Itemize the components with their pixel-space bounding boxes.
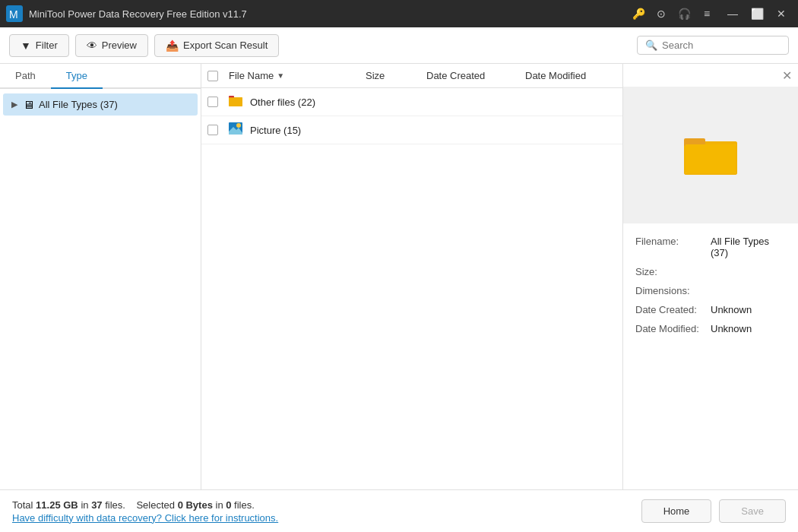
selected-files: 0 <box>226 499 231 511</box>
filename-label: Filename: <box>635 236 708 258</box>
main-area: Path Type ▶ 🖥 All File Types (37) File N… <box>0 64 798 489</box>
table-row[interactable]: Picture (15) <box>201 116 622 144</box>
filter-icon: ▼ <box>21 40 31 52</box>
selected-files-label: files. <box>234 499 255 511</box>
table-row[interactable]: Other files (22) <box>201 88 622 116</box>
date-created-value: Unknown <box>711 304 752 315</box>
monitor-icon: 🖥 <box>23 98 34 111</box>
other-files-label: Other files (22) <box>250 97 315 108</box>
search-icon: 🔍 <box>645 40 657 51</box>
search-box[interactable]: 🔍 <box>637 36 789 55</box>
file-table-body: Other files (22) <box>201 88 622 489</box>
minimize-button[interactable]: — <box>722 5 743 22</box>
total-label: Total <box>12 499 33 511</box>
status-line1: Total 11.25 GB in 37 files. Selected 0 B… <box>12 499 635 511</box>
meta-row-date-modified: Date Modified: Unknown <box>635 323 786 334</box>
col-header-size: Size <box>366 70 426 81</box>
maximize-button[interactable]: ⬜ <box>746 5 768 22</box>
col-header-filename: File Name ▼ <box>229 70 366 81</box>
filter-label: Filter <box>36 40 58 51</box>
meta-row-date-created: Date Created: Unknown <box>635 304 786 315</box>
col-header-date-modified: Date Modified <box>525 70 616 81</box>
tree-item-all-file-types[interactable]: ▶ 🖥 All File Types (37) <box>3 93 198 116</box>
sort-arrow-icon[interactable]: ▼ <box>277 71 284 80</box>
tree-item-label: All File Types (37) <box>39 99 118 110</box>
search-input[interactable] <box>662 40 781 51</box>
meta-row-size: Size: <box>635 266 786 277</box>
preview-panel: ✕ Filename: All File Types (37) Size: Di… <box>623 64 798 489</box>
status-bar: Total 11.25 GB in 37 files. Selected 0 B… <box>0 489 798 532</box>
file-area: File Name ▼ Size Date Created Date Modif… <box>201 64 623 489</box>
export-button[interactable]: 📤 Export Scan Result <box>154 34 279 57</box>
svg-rect-5 <box>229 97 242 106</box>
close-preview-button[interactable]: ✕ <box>782 68 792 83</box>
date-modified-label: Date Modified: <box>635 323 708 334</box>
filter-button[interactable]: ▼ Filter <box>9 34 69 57</box>
row-name-picture: Picture (15) <box>229 122 366 138</box>
preview-button[interactable]: 👁 Preview <box>75 34 148 57</box>
preview-icon: 👁 <box>87 40 97 52</box>
date-created-label: Date Created: <box>635 304 708 315</box>
preview-meta: Filename: All File Types (37) Size: Dime… <box>623 223 798 489</box>
export-label: Export Scan Result <box>183 40 268 51</box>
row-name-other-files: Other files (22) <box>229 94 366 109</box>
status-actions: Home Save <box>641 499 786 523</box>
picture-label: Picture (15) <box>250 125 301 136</box>
circle-icon[interactable]: ⊙ <box>654 8 669 20</box>
window-controls: — ⬜ ✕ <box>722 5 792 22</box>
app-title: MiniTool Power Data Recovery Free Editio… <box>29 8 631 20</box>
chevron-right-icon: ▶ <box>9 100 20 109</box>
size-label: Size: <box>635 266 708 277</box>
filename-value: All File Types (37) <box>711 236 786 258</box>
selected-in: in <box>216 499 223 511</box>
total-files: 37 <box>91 499 102 511</box>
preview-label: Preview <box>102 40 137 51</box>
row-checkbox-other-files[interactable] <box>207 97 229 107</box>
menu-icon[interactable]: ≡ <box>699 8 714 20</box>
save-button[interactable]: Save <box>719 499 786 523</box>
preview-image-area <box>623 87 798 223</box>
status-total: Total 11.25 GB in 37 files. Selected 0 B… <box>12 499 255 511</box>
svg-point-8 <box>236 123 241 128</box>
svg-rect-13 <box>686 144 736 173</box>
date-modified-value: Unknown <box>711 323 752 334</box>
total-size: 11.25 GB <box>36 499 78 511</box>
close-button[interactable]: ✕ <box>771 5 792 22</box>
file-table-header: File Name ▼ Size Date Created Date Modif… <box>201 64 622 88</box>
selected-size: 0 Bytes <box>178 499 213 511</box>
tab-type[interactable]: Type <box>51 64 103 89</box>
app-logo: M <box>6 5 23 22</box>
row-checkbox-picture[interactable] <box>207 125 229 135</box>
titlebar-icons: 🔑 ⊙ 🎧 ≡ <box>631 8 714 20</box>
total-in: in <box>81 499 88 511</box>
total-files-label: files. <box>105 499 125 511</box>
status-info: Total 11.25 GB in 37 files. Selected 0 B… <box>12 499 635 524</box>
select-all-checkbox[interactable] <box>207 71 229 81</box>
headphone-icon[interactable]: 🎧 <box>676 8 692 20</box>
svg-text:M: M <box>9 8 18 21</box>
dimensions-label: Dimensions: <box>635 285 708 296</box>
title-bar: M MiniTool Power Data Recovery Free Edit… <box>0 0 798 27</box>
col-header-date-created: Date Created <box>426 70 525 81</box>
meta-row-filename: Filename: All File Types (37) <box>635 236 786 258</box>
export-icon: 📤 <box>166 40 179 52</box>
tab-bar: Path Type <box>0 64 201 89</box>
home-button[interactable]: Home <box>641 499 712 523</box>
tree-area: ▶ 🖥 All File Types (37) <box>0 89 201 489</box>
tab-path[interactable]: Path <box>0 64 51 89</box>
left-panel: Path Type ▶ 🖥 All File Types (37) <box>0 64 201 489</box>
help-link[interactable]: Have difficulty with data recovery? Clic… <box>12 512 278 524</box>
picture-icon <box>229 122 242 138</box>
key-icon[interactable]: 🔑 <box>631 8 646 20</box>
toolbar: ▼ Filter 👁 Preview 📤 Export Scan Result … <box>0 27 798 64</box>
preview-folder-icon <box>684 132 737 178</box>
selected-label: Selected <box>136 499 175 511</box>
status-line2: Have difficulty with data recovery? Clic… <box>12 512 635 524</box>
other-files-icon <box>229 94 242 109</box>
meta-row-dimensions: Dimensions: <box>635 285 786 296</box>
